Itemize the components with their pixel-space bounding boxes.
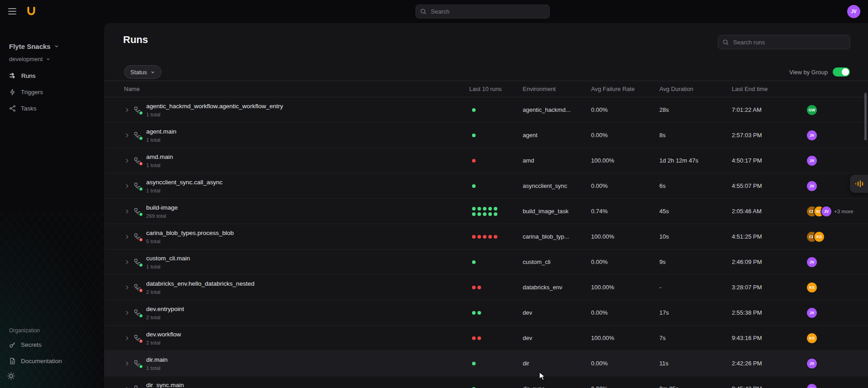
run-name[interactable]: agentic_hackmd_workflow.agentic_workflow…: [146, 102, 283, 110]
table-row[interactable]: ✓ build-image 269 total build_image_task…: [104, 199, 868, 224]
table-row[interactable]: ! carina_blob_types.process_blob 5 total…: [104, 224, 868, 249]
global-search-input[interactable]: [415, 5, 550, 19]
chevron-right-icon[interactable]: [124, 208, 130, 215]
run-name[interactable]: dir.main: [146, 356, 167, 364]
table-row[interactable]: ✓ dev.entrypoint 2 total dev 0.00% 17s 2…: [104, 300, 868, 326]
sidebar-item-triggers[interactable]: Triggers: [0, 84, 104, 100]
run-name[interactable]: custom_cli.main: [146, 254, 190, 262]
run-name[interactable]: asyncclient_sync.call_async: [146, 178, 223, 186]
run-name[interactable]: carina_blob_types.process_blob: [146, 229, 234, 237]
view-by-group-toggle[interactable]: [833, 67, 850, 77]
scrollbar-thumb[interactable]: [864, 93, 867, 140]
run-name[interactable]: agent.main: [146, 128, 176, 135]
run-name[interactable]: amd.main: [146, 153, 173, 161]
environment-cell: dir: [523, 351, 591, 376]
chevron-right-icon[interactable]: [124, 360, 130, 367]
last-end-time-cell: 7:01:22 AM: [732, 97, 802, 122]
table-row[interactable]: ! amd.main 1 total amd 100.00% 1d 2h 12m…: [104, 148, 868, 173]
run-name[interactable]: dev.entrypoint: [146, 305, 184, 313]
chevron-right-icon[interactable]: [124, 386, 130, 388]
table-row[interactable]: ! dev.workflow 2 total dev 100.00% 7s 9:…: [104, 326, 868, 351]
table-row[interactable]: ! databricks_env.hello_databricks_nested…: [104, 275, 868, 300]
col-avg-failure-rate[interactable]: Avg Failure Rate: [591, 81, 659, 97]
status-filter-button[interactable]: Status: [124, 65, 162, 79]
sidebar-item-tasks[interactable]: Tasks: [0, 100, 104, 116]
table-row[interactable]: ✓ agentic_hackmd_workflow.agentic_workfl…: [104, 97, 868, 123]
status-badge: !: [138, 237, 143, 242]
col-name[interactable]: Name: [104, 81, 469, 97]
sidebar-item-label: Runs: [21, 72, 36, 79]
run-status-dot: [472, 108, 476, 112]
avatar[interactable]: JV: [821, 206, 831, 216]
chevron-right-icon[interactable]: [124, 284, 130, 291]
sidebar-item-runs[interactable]: Runs: [0, 67, 104, 84]
run-status-dot: [488, 207, 492, 211]
avatar[interactable]: JV: [807, 257, 817, 267]
chevron-right-icon[interactable]: [124, 158, 130, 164]
menu-icon[interactable]: [8, 8, 16, 14]
search-runs-input[interactable]: [718, 35, 850, 49]
chevron-right-icon[interactable]: [124, 132, 130, 139]
table-row[interactable]: ✓ agent.main 1 total agent 0.00% 8s 2:57…: [104, 123, 868, 148]
last-10-runs-cell: [469, 199, 523, 224]
sidebar-item-secrets[interactable]: Secrets: [0, 336, 104, 353]
domain-name: development: [9, 56, 43, 62]
avatar[interactable]: JV: [807, 130, 817, 140]
last-10-runs-cell: [469, 123, 523, 148]
avatar[interactable]: JV: [807, 308, 817, 318]
domain-selector[interactable]: development: [0, 54, 104, 63]
chevron-right-icon[interactable]: [124, 259, 130, 265]
project-selector[interactable]: Flyte Snacks: [0, 40, 104, 52]
environment-cell: asyncclient_sync: [523, 173, 591, 198]
table-row[interactable]: ✓ asyncclient_sync.call_async 1 total as…: [104, 173, 868, 199]
chevron-right-icon[interactable]: [124, 183, 130, 189]
avatar[interactable]: KS: [807, 283, 817, 292]
run-name[interactable]: databricks_env.hello_databricks_nested: [146, 280, 254, 287]
table-row[interactable]: ✓ custom_cli.main 1 total custom_cli 0.0…: [104, 249, 868, 275]
last-10-runs-cell: [469, 376, 523, 388]
avatar[interactable]: JV: [807, 359, 817, 369]
run-name[interactable]: dir_sync.main: [146, 381, 184, 388]
user-avatar[interactable]: JV: [847, 5, 860, 18]
union-logo[interactable]: [25, 5, 37, 19]
avatars-cell: JV: [802, 376, 868, 388]
table-row[interactable]: ✓ dir_sync.main 1 total dir_sync 0.00% 9…: [104, 376, 868, 388]
avatar[interactable]: JV: [807, 384, 817, 388]
avatar[interactable]: GW: [807, 105, 817, 115]
run-name-cell: ✓ build-image 269 total: [104, 199, 469, 224]
table-row[interactable]: ✓ dir.main 1 total dir 0.00% 11s 2:42:26…: [104, 351, 868, 376]
avg-duration-cell: 45s: [659, 199, 732, 224]
status-badge: ✓: [138, 110, 143, 115]
workflow-icon: ✓: [134, 106, 141, 114]
col-avg-duration[interactable]: Avg Duration: [659, 81, 732, 97]
environment-cell: dev: [523, 300, 591, 325]
col-last-10-runs[interactable]: Last 10 runs: [469, 81, 523, 97]
chevron-right-icon[interactable]: [124, 107, 130, 113]
topbar: JV: [0, 0, 868, 23]
workflow-icon: !: [134, 157, 141, 164]
environment-cell: dev: [523, 326, 591, 350]
last-end-time-cell: 2:46:09 PM: [732, 249, 802, 274]
run-name[interactable]: build-image: [146, 204, 178, 211]
union-logo-icon: [25, 5, 37, 17]
more-avatars-label[interactable]: +3 more: [834, 209, 854, 214]
avatars-cell: CDKS: [802, 224, 868, 249]
run-status-dot: [477, 336, 481, 340]
avatar[interactable]: KS: [807, 333, 817, 343]
col-last-end-time[interactable]: Last End time: [732, 81, 802, 97]
last-end-time-cell: 2:55:38 PM: [732, 300, 802, 325]
avatar[interactable]: JV: [807, 181, 817, 191]
assistant-panel-button[interactable]: [850, 175, 868, 193]
avatars-cell: JV: [802, 351, 868, 376]
chevron-right-icon[interactable]: [124, 310, 130, 316]
avatar[interactable]: JV: [807, 156, 817, 166]
run-name[interactable]: dev.workflow: [146, 331, 181, 338]
run-status-dot: [477, 212, 481, 216]
theme-toggle[interactable]: [0, 369, 104, 383]
avg-failure-rate-cell: 100.00%: [591, 148, 659, 173]
sidebar-item-documentation[interactable]: Documentation: [0, 353, 104, 369]
avatar[interactable]: KS: [814, 232, 824, 242]
chevron-right-icon[interactable]: [124, 335, 130, 341]
chevron-right-icon[interactable]: [124, 234, 130, 240]
col-environment[interactable]: Environment: [523, 81, 591, 97]
